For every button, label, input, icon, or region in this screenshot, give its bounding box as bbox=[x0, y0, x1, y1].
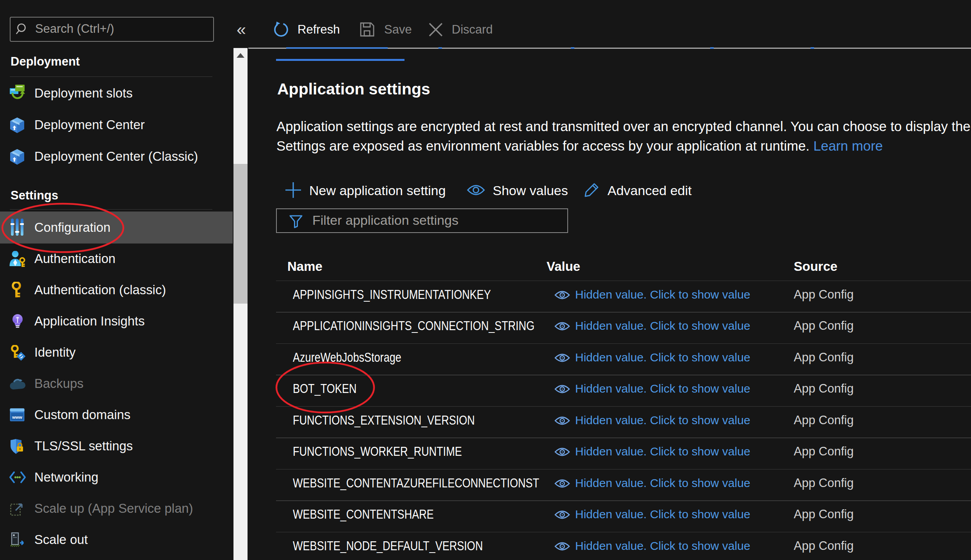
svg-text:www: www bbox=[12, 415, 22, 420]
